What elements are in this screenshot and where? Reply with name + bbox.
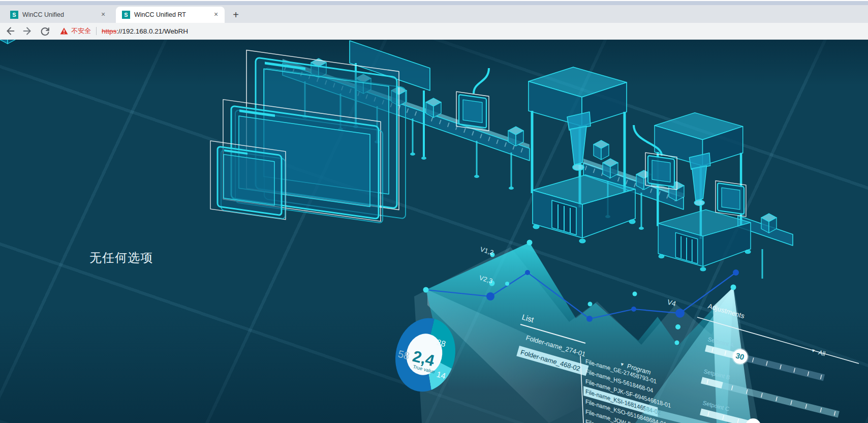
address-divider xyxy=(96,27,97,35)
gantry-machine xyxy=(529,67,635,243)
warning-icon xyxy=(60,27,68,35)
new-tab-icon[interactable]: + xyxy=(230,9,242,21)
no-options-message: 无任何选项 xyxy=(89,250,153,266)
dropdown-caret-icon: ▼ xyxy=(811,348,816,354)
address-bar[interactable]: 不安全 https ://192.168.0.21/WebRH xyxy=(60,26,188,36)
siemens-favicon: S xyxy=(10,11,18,19)
tab-wincc-unified[interactable]: S WinCC Unified × xyxy=(4,7,112,23)
tab-strip: S WinCC Unified × S WinCC Unified RT × + xyxy=(0,5,868,23)
tab-title: WinCC Unified RT xyxy=(134,11,211,18)
window-title-strip xyxy=(0,0,868,5)
tab-close-icon[interactable]: × xyxy=(99,10,108,19)
browser-toolbar: 不安全 https ://192.168.0.21/WebRH xyxy=(0,23,868,40)
factory-illustration xyxy=(0,40,793,279)
tab-wincc-unified-rt[interactable]: S WinCC Unified RT × xyxy=(116,7,225,23)
all-filter-label: All xyxy=(818,349,826,357)
page-viewport: V1,2 V2,3 V4 2,4 True value 58 28 14 Lis… xyxy=(0,40,868,423)
reload-icon[interactable] xyxy=(38,24,52,38)
tab-close-icon[interactable]: × xyxy=(211,10,221,19)
back-icon[interactable] xyxy=(3,24,17,38)
mounted-display xyxy=(716,180,746,216)
url-scheme: https xyxy=(102,27,116,35)
tab-title: WinCC Unified xyxy=(22,11,99,18)
series-label-v12: V1,2 xyxy=(479,245,494,256)
wincc-background-art: V1,2 V2,3 V4 2,4 True value 58 28 14 Lis… xyxy=(0,40,868,423)
url-text: ://192.168.0.21/WebRH xyxy=(116,27,188,35)
forward-icon[interactable] xyxy=(20,24,35,38)
mounted-display xyxy=(456,68,489,131)
siemens-favicon: S xyxy=(122,11,130,19)
security-warning-label: 不安全 xyxy=(71,26,91,36)
